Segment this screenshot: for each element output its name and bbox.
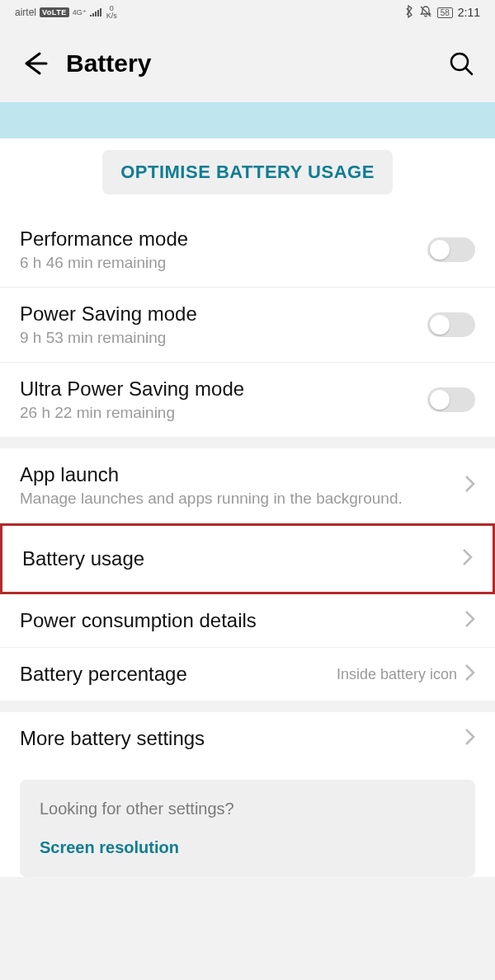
power-saving-mode-row[interactable]: Power Saving mode 9 h 53 min remaining (0, 288, 495, 363)
row-value: Inside battery icon (337, 666, 457, 683)
performance-mode-toggle[interactable] (427, 237, 475, 262)
row-title: Performance mode (20, 227, 427, 251)
speed-unit: K/s (106, 12, 117, 20)
app-launch-row[interactable]: App launch Manage launches and apps runn… (0, 448, 495, 523)
power-consumption-row[interactable]: Power consumption details (0, 594, 495, 648)
power-saving-toggle[interactable] (427, 312, 475, 337)
chevron-right-icon (464, 663, 475, 686)
bluetooth-icon (404, 5, 414, 21)
chevron-right-icon (464, 609, 475, 632)
row-title: Power consumption details (20, 609, 464, 632)
battery-usage-row[interactable]: Battery usage (0, 523, 495, 594)
row-title: App launch (20, 463, 464, 486)
row-title: More battery settings (20, 727, 464, 750)
clock: 2:11 (458, 6, 480, 19)
more-battery-settings-row[interactable]: More battery settings (0, 712, 495, 765)
network-type: 4G⁺ (73, 9, 87, 16)
row-title: Power Saving mode (20, 302, 427, 326)
status-bar: airtel VoLTE 4G⁺ 0 K/s 58 2:11 (0, 0, 495, 25)
signal-icon (90, 7, 103, 19)
dnd-icon (419, 5, 432, 21)
app-bar: Battery (0, 25, 495, 102)
chevron-right-icon (464, 474, 475, 497)
info-card-title: Looking for other settings? (40, 799, 455, 818)
related-settings-card: Looking for other settings? Screen resol… (20, 780, 475, 877)
row-subtitle: 9 h 53 min remaining (20, 329, 427, 347)
section-divider (0, 437, 495, 448)
battery-chart-banner (0, 102, 495, 138)
ultra-power-saving-toggle[interactable] (427, 387, 475, 412)
ultra-power-saving-row[interactable]: Ultra Power Saving mode 26 h 22 min rema… (0, 363, 495, 437)
page-title: Battery (66, 49, 151, 77)
performance-mode-row[interactable]: Performance mode 6 h 46 min remaining (0, 213, 495, 288)
row-subtitle: Manage launches and apps running in the … (20, 490, 464, 508)
back-button[interactable] (20, 49, 59, 78)
chevron-right-icon (464, 727, 475, 750)
screen-resolution-link[interactable]: Screen resolution (40, 838, 455, 857)
svg-point-0 (451, 54, 468, 70)
carrier-label: airtel (15, 7, 36, 18)
optimize-battery-button[interactable]: OPTIMISE BATTERY USAGE (102, 150, 393, 195)
row-title: Battery percentage (20, 663, 337, 686)
row-subtitle: 26 h 22 min remaining (20, 404, 427, 422)
section-divider (0, 701, 495, 712)
battery-percentage-row[interactable]: Battery percentage Inside battery icon (0, 648, 495, 701)
volte-badge: VoLTE (40, 7, 69, 17)
row-title: Battery usage (22, 547, 461, 570)
chevron-right-icon (461, 547, 473, 570)
row-title: Ultra Power Saving mode (20, 377, 427, 401)
row-subtitle: 6 h 46 min remaining (20, 254, 427, 272)
battery-level-icon: 58 (437, 7, 453, 18)
search-button[interactable] (447, 49, 475, 77)
